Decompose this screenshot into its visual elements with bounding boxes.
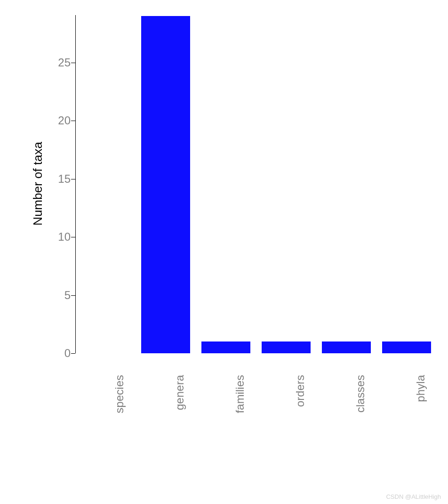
- y-tick: [71, 63, 75, 63]
- bar-families: [201, 341, 250, 353]
- y-tick-label: 25: [58, 56, 71, 69]
- y-tick-label: 0: [64, 347, 71, 360]
- y-tick-label: 5: [64, 289, 71, 302]
- y-tick: [71, 237, 75, 237]
- plot-area: [75, 15, 429, 353]
- y-tick-label: 10: [58, 230, 71, 244]
- x-tick-label-species: species: [113, 375, 126, 427]
- bar-classes: [322, 341, 371, 353]
- x-tick-label-orders: orders: [294, 375, 307, 427]
- y-tick: [71, 295, 75, 296]
- bar-phyla: [382, 341, 431, 353]
- watermark-text: CSDN @ALittleHigh: [386, 493, 441, 500]
- y-tick: [71, 179, 75, 179]
- bar-chart: Number of taxa 0510152025 speciesgeneraf…: [0, 0, 448, 504]
- y-tick-label: 20: [58, 114, 71, 127]
- y-tick: [71, 121, 75, 121]
- x-tick-label-phyla: phyla: [414, 375, 427, 427]
- bar-genera: [141, 16, 190, 353]
- bar-orders: [262, 341, 311, 353]
- x-tick-label-classes: classes: [354, 375, 367, 427]
- y-tick-label: 15: [58, 172, 71, 186]
- y-tick: [71, 353, 75, 354]
- x-tick-label-genera: genera: [173, 375, 186, 427]
- x-tick-label-families: families: [233, 375, 247, 427]
- y-axis-label: Number of taxa: [31, 142, 45, 226]
